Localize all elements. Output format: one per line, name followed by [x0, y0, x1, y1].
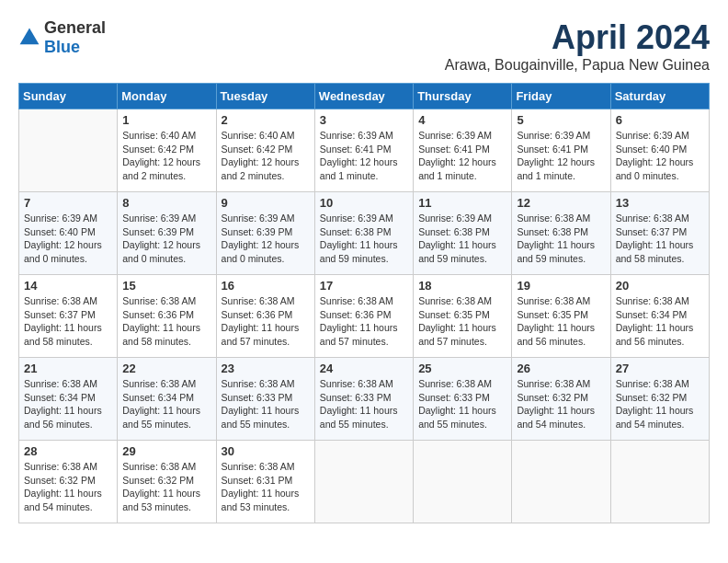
week-row-2: 7Sunrise: 6:39 AMSunset: 6:40 PMDaylight…: [19, 192, 710, 275]
day-info: Sunrise: 6:38 AMSunset: 6:32 PMDaylight:…: [122, 460, 210, 514]
calendar-cell: 3Sunrise: 6:39 AMSunset: 6:41 PMDaylight…: [314, 109, 413, 192]
day-info: Sunrise: 6:38 AMSunset: 6:36 PMDaylight:…: [122, 294, 210, 349]
day-number: 15: [122, 279, 210, 293]
calendar-cell: [314, 441, 413, 523]
day-number: 2: [222, 113, 310, 127]
day-number: 21: [24, 362, 112, 375]
calendar-cell: 2Sunrise: 6:40 AMSunset: 6:42 PMDaylight…: [216, 109, 314, 192]
day-info: Sunrise: 6:38 AMSunset: 6:33 PMDaylight:…: [222, 377, 310, 431]
column-header-sunday: Sunday: [19, 84, 118, 109]
logo-general: General: [44, 18, 106, 37]
column-header-thursday: Thursday: [414, 84, 512, 109]
calendar-cell: [19, 109, 118, 192]
calendar-cell: 14Sunrise: 6:38 AMSunset: 6:37 PMDayligh…: [19, 275, 118, 358]
logo-icon: [18, 27, 40, 49]
day-info: Sunrise: 6:40 AMSunset: 6:42 PMDaylight:…: [122, 129, 210, 183]
day-number: 25: [418, 362, 506, 375]
month-year-title: April 2024: [445, 18, 710, 57]
calendar-cell: 17Sunrise: 6:38 AMSunset: 6:36 PMDayligh…: [314, 275, 413, 358]
logo-blue: Blue: [44, 38, 80, 56]
page-header: General Blue April 2024 Arawa, Bougainvi…: [18, 18, 710, 74]
day-info: Sunrise: 6:38 AMSunset: 6:34 PMDaylight:…: [616, 294, 704, 349]
day-info: Sunrise: 6:39 AMSunset: 6:41 PMDaylight:…: [320, 129, 408, 183]
calendar-cell: 27Sunrise: 6:38 AMSunset: 6:32 PMDayligh…: [610, 358, 709, 441]
day-number: 7: [24, 196, 112, 210]
title-block: April 2024 Arawa, Bougainville, Papua Ne…: [445, 18, 710, 74]
column-header-tuesday: Tuesday: [216, 84, 314, 109]
day-info: Sunrise: 6:39 AMSunset: 6:41 PMDaylight:…: [517, 129, 605, 183]
day-info: Sunrise: 6:39 AMSunset: 6:38 PMDaylight:…: [320, 212, 408, 266]
calendar-cell: 15Sunrise: 6:38 AMSunset: 6:36 PMDayligh…: [118, 275, 216, 358]
day-info: Sunrise: 6:38 AMSunset: 6:31 PMDaylight:…: [222, 460, 310, 514]
day-info: Sunrise: 6:38 AMSunset: 6:36 PMDaylight:…: [222, 294, 310, 349]
day-number: 13: [616, 196, 704, 210]
week-row-1: 1Sunrise: 6:40 AMSunset: 6:42 PMDaylight…: [19, 109, 710, 192]
calendar-cell: 4Sunrise: 6:39 AMSunset: 6:41 PMDaylight…: [414, 109, 512, 192]
week-row-4: 21Sunrise: 6:38 AMSunset: 6:34 PMDayligh…: [19, 358, 710, 441]
calendar-cell: 25Sunrise: 6:38 AMSunset: 6:33 PMDayligh…: [414, 358, 512, 441]
day-number: 10: [320, 196, 408, 210]
calendar-cell: 5Sunrise: 6:39 AMSunset: 6:41 PMDaylight…: [512, 109, 610, 192]
svg-marker-0: [20, 29, 40, 45]
calendar-cell: [512, 441, 610, 523]
calendar-cell: 9Sunrise: 6:39 AMSunset: 6:39 PMDaylight…: [216, 192, 314, 275]
day-number: 22: [122, 362, 210, 375]
day-number: 14: [24, 279, 112, 293]
day-number: 20: [616, 279, 704, 293]
header-row: SundayMondayTuesdayWednesdayThursdayFrid…: [19, 84, 710, 109]
day-info: Sunrise: 6:38 AMSunset: 6:32 PMDaylight:…: [24, 460, 112, 514]
day-number: 1: [122, 113, 210, 127]
calendar-cell: 24Sunrise: 6:38 AMSunset: 6:33 PMDayligh…: [314, 358, 413, 441]
day-info: Sunrise: 6:39 AMSunset: 6:40 PMDaylight:…: [24, 212, 112, 266]
calendar-cell: 21Sunrise: 6:38 AMSunset: 6:34 PMDayligh…: [19, 358, 118, 441]
calendar-cell: [414, 441, 512, 523]
day-info: Sunrise: 6:39 AMSunset: 6:39 PMDaylight:…: [122, 212, 210, 266]
day-number: 19: [517, 279, 605, 293]
day-number: 17: [320, 279, 408, 293]
day-info: Sunrise: 6:38 AMSunset: 6:35 PMDaylight:…: [517, 294, 605, 349]
calendar-cell: 26Sunrise: 6:38 AMSunset: 6:32 PMDayligh…: [512, 358, 610, 441]
column-header-saturday: Saturday: [610, 84, 709, 109]
calendar-cell: 18Sunrise: 6:38 AMSunset: 6:35 PMDayligh…: [414, 275, 512, 358]
calendar-cell: 20Sunrise: 6:38 AMSunset: 6:34 PMDayligh…: [610, 275, 709, 358]
calendar-cell: [610, 441, 709, 523]
day-info: Sunrise: 6:38 AMSunset: 6:34 PMDaylight:…: [24, 377, 112, 431]
day-info: Sunrise: 6:38 AMSunset: 6:34 PMDaylight:…: [122, 377, 210, 431]
calendar-cell: 30Sunrise: 6:38 AMSunset: 6:31 PMDayligh…: [216, 441, 314, 523]
calendar-cell: 12Sunrise: 6:38 AMSunset: 6:38 PMDayligh…: [512, 192, 610, 275]
day-info: Sunrise: 6:39 AMSunset: 6:38 PMDaylight:…: [418, 212, 506, 266]
day-number: 4: [418, 113, 506, 127]
calendar-cell: 28Sunrise: 6:38 AMSunset: 6:32 PMDayligh…: [19, 441, 118, 523]
week-row-5: 28Sunrise: 6:38 AMSunset: 6:32 PMDayligh…: [19, 441, 710, 523]
day-number: 26: [517, 362, 605, 375]
day-number: 11: [418, 196, 506, 210]
calendar-cell: 10Sunrise: 6:39 AMSunset: 6:38 PMDayligh…: [314, 192, 413, 275]
column-header-monday: Monday: [118, 84, 216, 109]
day-number: 9: [222, 196, 310, 210]
day-info: Sunrise: 6:38 AMSunset: 6:33 PMDaylight:…: [320, 377, 408, 431]
day-number: 23: [222, 362, 310, 375]
day-info: Sunrise: 6:38 AMSunset: 6:32 PMDaylight:…: [616, 377, 704, 431]
calendar-cell: 16Sunrise: 6:38 AMSunset: 6:36 PMDayligh…: [216, 275, 314, 358]
day-info: Sunrise: 6:38 AMSunset: 6:37 PMDaylight:…: [616, 212, 704, 266]
day-number: 5: [517, 113, 605, 127]
day-number: 3: [320, 113, 408, 127]
calendar-cell: 8Sunrise: 6:39 AMSunset: 6:39 PMDaylight…: [118, 192, 216, 275]
day-info: Sunrise: 6:40 AMSunset: 6:42 PMDaylight:…: [222, 129, 310, 183]
calendar-cell: 29Sunrise: 6:38 AMSunset: 6:32 PMDayligh…: [118, 441, 216, 523]
day-number: 30: [222, 444, 310, 458]
day-number: 27: [616, 362, 704, 375]
calendar-cell: 11Sunrise: 6:39 AMSunset: 6:38 PMDayligh…: [414, 192, 512, 275]
day-info: Sunrise: 6:38 AMSunset: 6:35 PMDaylight:…: [418, 294, 506, 349]
calendar-cell: 6Sunrise: 6:39 AMSunset: 6:40 PMDaylight…: [610, 109, 709, 192]
logo: General Blue: [18, 18, 106, 57]
calendar-cell: 22Sunrise: 6:38 AMSunset: 6:34 PMDayligh…: [118, 358, 216, 441]
day-number: 12: [517, 196, 605, 210]
day-info: Sunrise: 6:38 AMSunset: 6:32 PMDaylight:…: [517, 377, 605, 431]
column-header-wednesday: Wednesday: [314, 84, 413, 109]
day-number: 18: [418, 279, 506, 293]
calendar-cell: 13Sunrise: 6:38 AMSunset: 6:37 PMDayligh…: [610, 192, 709, 275]
column-header-friday: Friday: [512, 84, 610, 109]
day-info: Sunrise: 6:39 AMSunset: 6:41 PMDaylight:…: [418, 129, 506, 183]
day-info: Sunrise: 6:38 AMSunset: 6:37 PMDaylight:…: [24, 294, 112, 349]
